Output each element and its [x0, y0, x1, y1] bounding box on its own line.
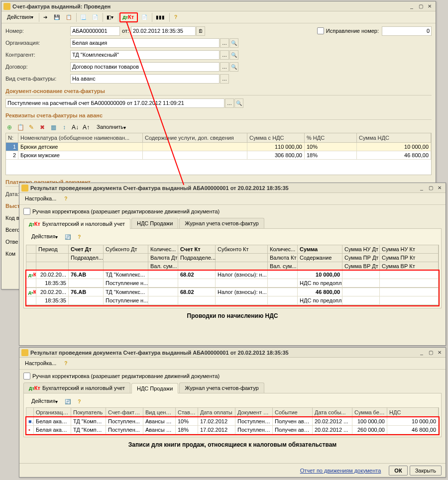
save-icon[interactable]: 💾 [51, 12, 62, 22]
titlebar[interactable]: Результат проведения документа Счет-факт… [19, 183, 446, 193]
titlebar[interactable]: Результат проведения документа Счет-факт… [19, 348, 446, 358]
col-vrkt[interactable]: Сумма ВР Кт [380, 262, 439, 271]
col-content[interactable]: Содержание [298, 254, 342, 262]
col-invoice[interactable]: Счет-фактура [106, 408, 143, 417]
col-deptdt[interactable]: Подраздел... Дт [69, 254, 104, 262]
report-link[interactable]: Отчет по движениям документа [300, 468, 381, 474]
col-prkt[interactable]: Сумма ПР Кт [380, 254, 439, 262]
manual-checkbox[interactable] [23, 208, 30, 215]
copy-icon[interactable]: 📋 [63, 12, 74, 22]
col-deptkt[interactable]: Подразделе... Кт [178, 254, 216, 262]
edit-icon[interactable]: ✎ [27, 123, 35, 131]
col-curkt[interactable]: Валюта Кт [268, 254, 298, 262]
maximize-icon[interactable]: ▢ [427, 349, 435, 356]
col-type[interactable]: Вид ценно... [143, 408, 176, 417]
report-icon[interactable]: 📄 [139, 12, 150, 22]
table-row[interactable]: 1Брюки детские110 000,0010%10 000,00 [6, 143, 431, 151]
col-vs[interactable]: Вал. сум... [148, 262, 178, 271]
correction-input[interactable] [382, 26, 432, 36]
close-icon[interactable]: ✕ [436, 349, 444, 356]
table-row[interactable]: 2Брюки мужские306 800,0018%46 800,00 [6, 151, 431, 160]
col-sum[interactable]: Сумма без ... [352, 408, 387, 417]
tab-journal[interactable]: Журнал учета счетов-фактур [179, 383, 264, 393]
settings-button[interactable]: Настройка... [21, 359, 60, 369]
tab-vat-sales[interactable]: НДС Продажи [131, 383, 178, 393]
close-icon[interactable]: ✕ [426, 3, 434, 10]
help-icon[interactable]: ? [74, 396, 84, 406]
col-org[interactable]: Организация [34, 408, 71, 417]
help-icon[interactable]: ? [61, 194, 71, 204]
forward-icon[interactable]: ➔ [40, 12, 50, 22]
col-nomen[interactable]: Номенклатура (обобщенное наименован... [18, 133, 143, 142]
close-icon[interactable]: ✕ [436, 185, 444, 192]
lookup-icon[interactable]: … [220, 38, 229, 48]
minimize-icon[interactable]: _ [418, 349, 426, 356]
open-icon[interactable]: 🔍 [229, 50, 238, 60]
unpost-icon[interactable]: 📄 [90, 12, 101, 22]
correction-checkbox[interactable] [317, 27, 324, 34]
maximize-icon[interactable]: ▢ [427, 185, 435, 192]
help-icon[interactable]: ? [61, 359, 71, 369]
col-sum[interactable]: Сумма [298, 245, 342, 254]
minimize-icon[interactable]: _ [408, 3, 416, 10]
open-icon[interactable]: 🔍 [229, 38, 238, 48]
lookup-icon[interactable]: … [220, 50, 229, 60]
counter-input[interactable] [70, 50, 220, 60]
col-period[interactable]: Период [36, 245, 69, 254]
col-content[interactable]: Содержание услуги, доп. сведения [143, 133, 247, 142]
col-doc[interactable]: Документ о... [235, 408, 273, 417]
calendar-icon[interactable]: 🗓 [196, 26, 205, 36]
settings-button[interactable]: Настройка... [21, 194, 60, 204]
col-vrdt[interactable]: Сумма ВР Дт [342, 262, 380, 271]
copy-row-icon[interactable]: 📋 [16, 123, 24, 131]
help-icon[interactable]: ? [171, 12, 181, 22]
col-dt[interactable]: Счет Дт [69, 245, 104, 254]
col-nukt[interactable]: Сумма НУ Кт [380, 245, 439, 254]
col-vat[interactable]: НДС [387, 408, 439, 417]
col-rate[interactable]: % НДС [305, 133, 357, 142]
add-icon[interactable]: ⊕ [5, 123, 13, 131]
open-icon[interactable]: 🔍 [234, 98, 243, 108]
post-icon[interactable]: 📃 [78, 12, 89, 22]
maximize-icon[interactable]: ▢ [417, 3, 425, 10]
col-rate[interactable]: Ставк... [176, 408, 198, 417]
base-icon[interactable]: ◧▾ [104, 12, 116, 22]
tab-accounting[interactable]: ДтКтБухгалтерский и налоговый учет [23, 383, 130, 393]
number-input[interactable] [70, 26, 120, 36]
col-kt[interactable]: Счет Кт [178, 245, 216, 254]
sort-asc-icon[interactable]: A↓ [71, 123, 79, 131]
table-row[interactable]: ■Белая акац...ТД "Компл...Поступлен...Ав… [26, 417, 439, 426]
col-vs2[interactable]: Вал. сум... [268, 262, 298, 271]
col-nudt[interactable]: Сумма НУ Дт [342, 245, 380, 254]
barcode-icon[interactable]: ▮▮▮ [153, 12, 167, 22]
titlebar[interactable]: Счет-фактура выданный: Проведен _ ▢ ✕ [1, 1, 436, 11]
tab-vat-sales[interactable]: НДС Продажи [131, 218, 178, 228]
delete-icon[interactable]: ✖ [38, 123, 46, 131]
close-button[interactable]: Закрыть [410, 466, 442, 476]
contract-input[interactable] [70, 62, 220, 72]
entry-row[interactable]: ДтКт20.02.20...76.АВТД "Комплекс...68.02… [26, 288, 439, 305]
basis-input[interactable] [5, 98, 224, 108]
col-qtydt[interactable]: Количес... [148, 245, 178, 254]
fill-button[interactable]: Заполнить ▾ [93, 122, 129, 132]
org-input[interactable] [70, 38, 220, 48]
entry-row[interactable]: ДтКт20.02.20...76.АВТД "Комплекс...68.02… [26, 271, 439, 288]
col-subkt[interactable]: Субконто Кт [216, 245, 268, 254]
actions-button[interactable]: Действия ▾ [28, 396, 61, 406]
table-row[interactable]: •Белая акац...ТД "Компл...Поступлен...Ав… [26, 426, 439, 434]
tab-accounting[interactable]: ДтКтБухгалтерский и налоговый учет [23, 218, 130, 229]
minimize-icon[interactable]: _ [418, 185, 426, 192]
dropdown-icon[interactable]: … [220, 74, 229, 84]
help-icon[interactable]: ? [74, 232, 84, 242]
ok-button[interactable]: ОК [389, 466, 407, 476]
date-input[interactable] [131, 26, 196, 36]
col-sum[interactable]: Сумма с НДС [247, 133, 305, 142]
refresh-icon[interactable]: 🔄 [62, 396, 73, 406]
actions-button[interactable]: Действия ▾ [28, 232, 61, 242]
manual-checkbox[interactable] [23, 373, 30, 380]
tab-journal[interactable]: Журнал учета счетов-фактур [179, 218, 264, 228]
col-curdt[interactable]: Валюта Дт [148, 254, 178, 262]
col-eventdate[interactable]: Дата собы... [313, 408, 352, 417]
col-paydate[interactable]: Дата оплаты [198, 408, 235, 417]
col-buyer[interactable]: Покупатель [71, 408, 106, 417]
